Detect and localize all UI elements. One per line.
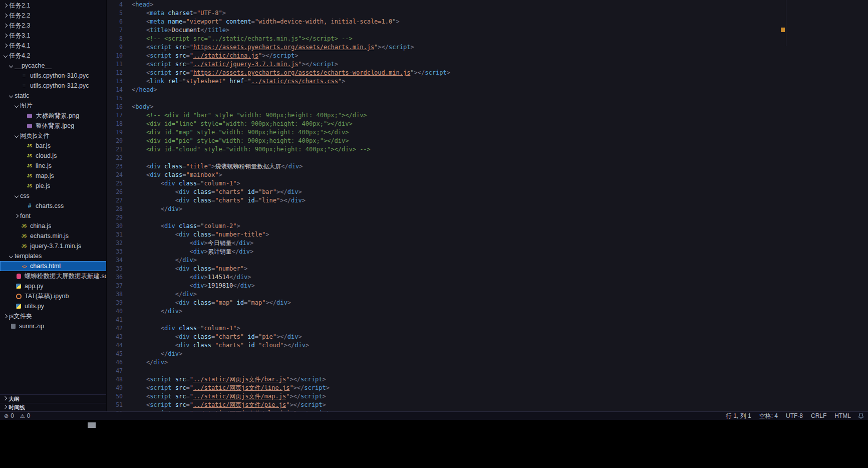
tree-item[interactable]: JScloud.js <box>0 151 106 161</box>
tree-item[interactable]: 任务3.1 <box>0 31 106 41</box>
code-token <box>171 52 175 59</box>
code-line[interactable]: 20<div id="pie" style="width: 900px;heig… <box>107 137 868 145</box>
code-line[interactable]: 41 <box>107 316 868 324</box>
bell-icon[interactable] <box>858 412 864 419</box>
code-line[interactable]: 37<div>1919810</div> <box>107 282 868 290</box>
code-line[interactable]: 47 <box>107 367 868 375</box>
code-line[interactable]: 45</div> <box>107 350 868 358</box>
tree-item[interactable]: 大标题背景.png <box>0 111 106 121</box>
code-token: src <box>175 376 186 383</box>
timeline-section-header[interactable]: 时间线 <box>0 403 106 411</box>
code-line[interactable]: 19<div id="map" style="width: 900px;heig… <box>107 128 868 137</box>
problems-indicator[interactable]: ⊘ 0 ⚠ 0 <box>4 412 34 419</box>
line-number: 29 <box>107 213 132 222</box>
code-line[interactable]: 39<div class="map" id="map"></div> <box>107 299 868 307</box>
tree-item[interactable]: ≡utils.cpython-310.pyc <box>0 71 106 81</box>
code-line[interactable]: 34</div> <box>107 256 868 265</box>
tree-item[interactable]: templates <box>0 251 106 261</box>
code-line[interactable]: 50<script src="../static/网页js文件/map.js">… <box>107 392 868 401</box>
code-line[interactable]: 51<script src="../static/网页js文件/pie.js">… <box>107 401 868 409</box>
code-token: = <box>186 384 189 391</box>
tree-item[interactable]: sunnr.zip <box>0 321 106 331</box>
code-line[interactable]: 10<script src="../static/china.js"></scr… <box>107 52 868 60</box>
code-line[interactable]: 33<div>累计销量</div> <box>107 248 868 256</box>
tree-item[interactable]: 整体背景.jpeg <box>0 121 106 131</box>
code-line[interactable]: 16<body> <box>107 103 868 111</box>
code-line[interactable]: 12<script src="https://assets.pyecharts.… <box>107 69 868 77</box>
tree-item[interactable]: utils.py <box>0 301 106 311</box>
code-line[interactable]: 22 <box>107 154 868 162</box>
tree-item[interactable]: app.py <box>0 281 106 291</box>
code-line[interactable]: 29 <box>107 213 868 222</box>
code-line[interactable]: 43<div class="charts" id="pie"></div> <box>107 333 868 341</box>
tree-item[interactable]: 网页js文件 <box>0 131 106 141</box>
code-line[interactable]: 46</div> <box>107 358 868 367</box>
tree-item[interactable]: __pycache__ <box>0 61 106 71</box>
code-line[interactable]: 44<div class="charts" id="cloud"></div> <box>107 341 868 350</box>
code-line[interactable]: 30<div class="column-2"> <box>107 222 868 230</box>
tree-item[interactable]: static <box>0 91 106 101</box>
status-cursor-position[interactable]: 行 1, 列 1 <box>726 412 751 419</box>
code-line[interactable]: 38</div> <box>107 290 868 299</box>
code-line[interactable]: 17<!-- <div id="bar" style="width: 900px… <box>107 111 868 120</box>
code-line[interactable]: 13<link rel="stylesheet" href="../static… <box>107 77 868 86</box>
code-line[interactable]: 15 <box>107 94 868 103</box>
code-line[interactable]: 52<script src="../static/网页js文件/cloud.js… <box>107 409 868 411</box>
code-line[interactable]: 36<div>114514</div> <box>107 273 868 282</box>
code-line[interactable]: 7<title>Document</title> <box>107 26 868 35</box>
status-indentation[interactable]: 空格: 4 <box>759 412 778 419</box>
tree-item[interactable]: JSline.js <box>0 161 106 171</box>
tree-item[interactable]: css <box>0 191 106 201</box>
code-line[interactable]: 35<div class="number"> <box>107 265 868 273</box>
code-line[interactable]: 27<div class="charts" id="line"></div> <box>107 196 868 205</box>
code-line[interactable]: 21<div id="cloud" style="width: 900px;he… <box>107 145 868 154</box>
tree-item[interactable]: JSecharts.min.js <box>0 231 106 241</box>
tree-item[interactable]: 任务4.1 <box>0 41 106 51</box>
tree-item[interactable]: 任务4.2 <box>0 51 106 61</box>
code-token: > <box>204 240 208 247</box>
tree-item[interactable]: <>charts.html <box>0 261 106 271</box>
overview-ruler[interactable] <box>786 0 786 46</box>
code-line[interactable]: 23<div class="title">袋装螺蛳粉销量数据大屏</div> <box>107 162 868 171</box>
code-line[interactable]: 5<meta charset="UTF-8"> <box>107 9 868 18</box>
tree-item[interactable]: TAT(草稿).ipynb <box>0 291 106 301</box>
status-eol[interactable]: CRLF <box>811 412 826 419</box>
tree-item[interactable]: JSchina.js <box>0 221 106 231</box>
status-language-mode[interactable]: HTML <box>834 412 851 419</box>
tree-item[interactable]: ≡utils.cpython-312.pyc <box>0 81 106 91</box>
code-line[interactable]: 48<script src="../static/网页js文件/bar.js">… <box>107 375 868 384</box>
code-line[interactable]: 14</head> <box>107 86 868 94</box>
tree-item[interactable]: JSpie.js <box>0 181 106 191</box>
zip-file-icon <box>9 322 17 330</box>
tree-item[interactable]: #charts.css <box>0 201 106 211</box>
code-line[interactable]: 31<div class="number-title"> <box>107 230 868 239</box>
code-line[interactable]: 6<meta name="viewport" content="width=de… <box>107 18 868 26</box>
code-line[interactable]: 32<div>今日销量</div> <box>107 239 868 248</box>
tree-item[interactable]: font <box>0 211 106 221</box>
tree-item[interactable]: JSjquery-3.7.1.min.js <box>0 241 106 251</box>
code-token: ></ <box>276 188 287 195</box>
code-line[interactable]: 11<script src="../static/jquery-3.7.1.mi… <box>107 60 868 69</box>
code-line[interactable]: 42<div class="column-1"> <box>107 324 868 333</box>
editor-pane[interactable]: 4<head>5<meta charset="UTF-8">6<meta nam… <box>107 0 868 411</box>
tree-item[interactable]: JSmap.js <box>0 171 106 181</box>
tree-item[interactable]: JSbar.js <box>0 141 106 151</box>
tree-item[interactable]: 图片 <box>0 101 106 111</box>
code-line[interactable]: 49<script src="../static/网页js文件/line.js"… <box>107 384 868 392</box>
code-line[interactable]: 26<div class="charts" id="bar"></div> <box>107 188 868 196</box>
code-line[interactable]: 8<!-- <script src="../static/echarts.min… <box>107 35 868 43</box>
tree-item[interactable]: 任务2.1 <box>0 1 106 11</box>
code-line[interactable]: 4<head> <box>107 1 868 9</box>
tree-item[interactable]: js文件夹 <box>0 311 106 321</box>
code-line[interactable]: 25<div class="column-1"> <box>107 179 868 188</box>
code-line[interactable]: 24<div class="mainbox"> <box>107 171 868 179</box>
code-line[interactable]: 9<script src="https://assets.pyecharts.o… <box>107 43 868 52</box>
tree-item[interactable]: 螺蛳粉数据大屏数据表新建.sql <box>0 271 106 281</box>
tree-item[interactable]: 任务2.2 <box>0 11 106 21</box>
code-line[interactable]: 28</div> <box>107 205 868 213</box>
status-encoding[interactable]: UTF-8 <box>786 412 803 419</box>
code-line[interactable]: 18<div id="line" style="width: 900px;hei… <box>107 120 868 128</box>
tree-item[interactable]: 任务2.3 <box>0 21 106 31</box>
code-line[interactable]: 40</div> <box>107 307 868 316</box>
outline-section-header[interactable]: 大纲 <box>0 394 106 403</box>
